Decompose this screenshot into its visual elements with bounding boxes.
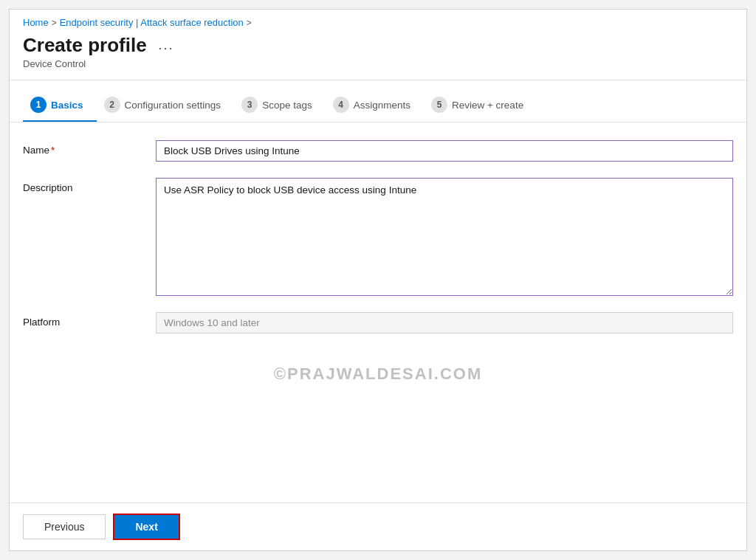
description-row: Description Use ASR Policy to block USB … (23, 178, 733, 296)
tab-basics-num: 1 (30, 97, 47, 113)
tab-review-num: 5 (431, 97, 447, 113)
breadcrumb: Home > Endpoint security | Attack surfac… (10, 10, 746, 31)
breadcrumb-section[interactable]: Endpoint security | Attack surface reduc… (60, 17, 244, 28)
platform-value: Windows 10 and later (156, 312, 733, 333)
description-label: Description (23, 178, 156, 193)
tab-scope-num: 3 (241, 97, 258, 113)
tab-configuration[interactable]: 2 Configuration settings (97, 91, 235, 122)
tabs-bar: 1 Basics 2 Configuration settings 3 Scop… (10, 80, 746, 122)
platform-label: Platform (23, 312, 156, 328)
tab-assignments[interactable]: 4 Assignments (326, 91, 424, 122)
platform-row: Platform Windows 10 and later (23, 312, 733, 333)
tab-configuration-label: Configuration settings (125, 100, 221, 111)
main-window: Home > Endpoint security | Attack surfac… (9, 9, 747, 551)
tab-scope-label: Scope tags (262, 100, 312, 111)
page-subtitle: Device Control (23, 58, 733, 69)
content-area: Name* Description Use ASR Policy to bloc… (10, 122, 746, 502)
previous-button[interactable]: Previous (23, 514, 106, 539)
footer: Previous Next (10, 502, 746, 550)
ellipsis-button[interactable]: ... (154, 36, 179, 55)
header-area: Create profile ... Device Control (10, 31, 746, 80)
name-required: * (51, 145, 55, 156)
tab-basics[interactable]: 1 Basics (23, 91, 97, 122)
tab-review[interactable]: 5 Review + create (424, 91, 537, 122)
description-input[interactable]: Use ASR Policy to block USB device acces… (156, 178, 733, 296)
watermark: ©PRAJWALDESAI.COM (23, 350, 733, 391)
tab-scope[interactable]: 3 Scope tags (234, 91, 326, 122)
page-title: Create profile (23, 34, 147, 57)
tab-assignments-label: Assignments (354, 100, 410, 111)
tab-basics-label: Basics (51, 100, 83, 111)
breadcrumb-sep1: > (52, 18, 57, 28)
breadcrumb-home[interactable]: Home (23, 17, 49, 28)
next-button[interactable]: Next (113, 514, 179, 540)
tab-assignments-num: 4 (333, 97, 349, 113)
tab-configuration-num: 2 (104, 97, 120, 113)
name-row: Name* (23, 140, 733, 162)
tab-review-label: Review + create (452, 100, 523, 111)
name-label: Name* (23, 140, 156, 156)
breadcrumb-sep2: > (247, 18, 252, 28)
name-input[interactable] (156, 140, 733, 162)
